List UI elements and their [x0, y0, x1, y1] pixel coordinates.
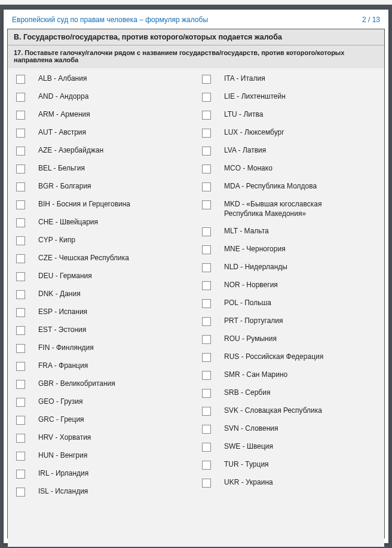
- country-row: GEO - Грузия: [14, 397, 192, 407]
- country-checkbox[interactable]: [16, 308, 25, 317]
- country-row: NLD - Нидерланды: [200, 263, 378, 272]
- country-list-area: ALB - АлбанияAND - АндорраARM - АрменияA…: [8, 68, 384, 547]
- country-row: CYP - Кипр: [14, 236, 192, 245]
- country-label: RUS - Российская Федерация: [217, 352, 323, 362]
- country-checkbox[interactable]: [16, 272, 25, 281]
- country-label: MLT - Мальта: [217, 227, 269, 236]
- country-checkbox[interactable]: [16, 200, 25, 209]
- country-row: ISL - Исландия: [14, 487, 192, 497]
- country-checkbox[interactable]: [16, 380, 25, 389]
- country-checkbox[interactable]: [16, 326, 25, 335]
- country-checkbox[interactable]: [202, 479, 211, 488]
- country-checkbox[interactable]: [202, 75, 211, 84]
- country-row: SVN - Словения: [200, 424, 378, 434]
- country-checkbox[interactable]: [16, 344, 25, 353]
- country-row: CZE - Чешская Республика: [14, 254, 192, 263]
- country-row: SWE - Швеция: [200, 442, 378, 452]
- country-checkbox[interactable]: [202, 407, 211, 416]
- country-checkbox[interactable]: [202, 281, 211, 290]
- country-checkbox[interactable]: [16, 470, 25, 479]
- country-checkbox[interactable]: [202, 227, 211, 236]
- country-checkbox[interactable]: [16, 416, 25, 425]
- country-label: POL - Польша: [217, 299, 271, 308]
- country-row: ITA - Италия: [200, 74, 378, 84]
- section-title: B. Государство/государства, против котор…: [8, 29, 384, 45]
- country-row: LUX - Люксембург: [200, 128, 378, 138]
- country-row: HRV - Хорватия: [14, 433, 192, 443]
- page-background: Европейский суд по правам человека – фор…: [0, 5, 392, 548]
- country-label: MNE - Черногория: [217, 245, 286, 254]
- country-label: AUT - Австрия: [31, 128, 86, 138]
- country-label: SVN - Словения: [217, 424, 278, 434]
- country-checkbox[interactable]: [202, 111, 211, 120]
- country-checkbox[interactable]: [202, 389, 211, 398]
- country-label: GBR - Великобритания: [31, 379, 115, 389]
- country-row: AND - Андорра: [14, 92, 192, 102]
- country-checkbox[interactable]: [202, 165, 211, 173]
- page-header: Европейский суд по правам человека – фор…: [6, 12, 386, 29]
- country-row: PRT - Португалия: [200, 316, 378, 326]
- country-checkbox[interactable]: [202, 371, 211, 380]
- country-checkbox[interactable]: [202, 461, 211, 470]
- country-checkbox[interactable]: [16, 488, 25, 497]
- country-row: BIH - Босния и Герцеговина: [14, 200, 192, 209]
- country-column-right: ITA - ИталияLIE - ЛихтенштейнLTU - Литва…: [196, 74, 382, 505]
- country-checkbox[interactable]: [202, 425, 211, 434]
- country-checkbox[interactable]: [16, 254, 25, 263]
- country-checkbox[interactable]: [202, 443, 211, 452]
- country-row: TUR - Турция: [200, 460, 378, 470]
- country-checkbox[interactable]: [16, 147, 25, 156]
- country-checkbox[interactable]: [202, 245, 211, 254]
- country-row: SRB - Сербия: [200, 388, 378, 398]
- country-checkbox[interactable]: [16, 362, 25, 371]
- country-checkbox[interactable]: [202, 263, 211, 272]
- country-label: HUN - Венгрия: [31, 451, 87, 461]
- country-label: ESP - Испания: [31, 308, 87, 317]
- country-checkbox[interactable]: [16, 165, 25, 173]
- country-label: AND - Андорра: [31, 92, 88, 102]
- country-row: BGR - Болгария: [14, 182, 192, 191]
- country-label: GRC - Греция: [31, 415, 84, 425]
- country-checkbox[interactable]: [202, 182, 211, 191]
- country-checkbox[interactable]: [16, 398, 25, 407]
- country-checkbox[interactable]: [202, 93, 211, 102]
- country-row: MLT - Мальта: [200, 227, 378, 236]
- country-row: AUT - Австрия: [14, 128, 192, 138]
- country-checkbox[interactable]: [202, 147, 211, 156]
- country-label: PRT - Португалия: [217, 316, 283, 326]
- country-checkbox[interactable]: [16, 290, 25, 299]
- country-checkbox[interactable]: [16, 218, 25, 227]
- country-label: NLD - Нидерланды: [217, 263, 287, 272]
- country-checkbox[interactable]: [202, 129, 211, 138]
- document-page: Европейский суд по правам человека – фор…: [4, 10, 388, 543]
- country-label: BIH - Босния и Герцеговина: [31, 200, 130, 209]
- country-checkbox[interactable]: [16, 182, 25, 191]
- country-checkbox[interactable]: [202, 335, 211, 344]
- country-checkbox[interactable]: [16, 434, 25, 443]
- country-label: LVA - Латвия: [217, 146, 266, 156]
- country-checkbox[interactable]: [16, 111, 25, 120]
- country-label: HRV - Хорватия: [31, 433, 91, 443]
- country-row: AZE - Азербайджан: [14, 146, 192, 156]
- country-checkbox[interactable]: [16, 75, 25, 84]
- country-label: ROU - Румыния: [217, 334, 277, 344]
- country-checkbox[interactable]: [202, 200, 211, 209]
- country-checkbox[interactable]: [202, 353, 211, 362]
- form-section-box: B. Государство/государства, против котор…: [7, 29, 385, 538]
- page-indicator: 2 / 13: [362, 16, 380, 24]
- pdf-toolbar: [0, 0, 392, 5]
- country-label: SMR - Сан Марино: [217, 370, 287, 380]
- country-checkbox[interactable]: [16, 129, 25, 138]
- country-label: SRB - Сербия: [217, 388, 270, 398]
- country-row: GBR - Великобритания: [14, 379, 192, 389]
- country-checkbox[interactable]: [202, 299, 211, 308]
- country-label: ITA - Италия: [217, 74, 265, 84]
- country-label: ARM - Армения: [31, 110, 90, 120]
- country-checkbox[interactable]: [16, 452, 25, 461]
- country-label: ALB - Албания: [31, 74, 87, 84]
- country-checkbox[interactable]: [16, 93, 25, 102]
- country-label: BGR - Болгария: [31, 182, 91, 191]
- country-row: MNE - Черногория: [200, 245, 378, 254]
- country-checkbox[interactable]: [202, 317, 211, 326]
- country-checkbox[interactable]: [16, 236, 25, 245]
